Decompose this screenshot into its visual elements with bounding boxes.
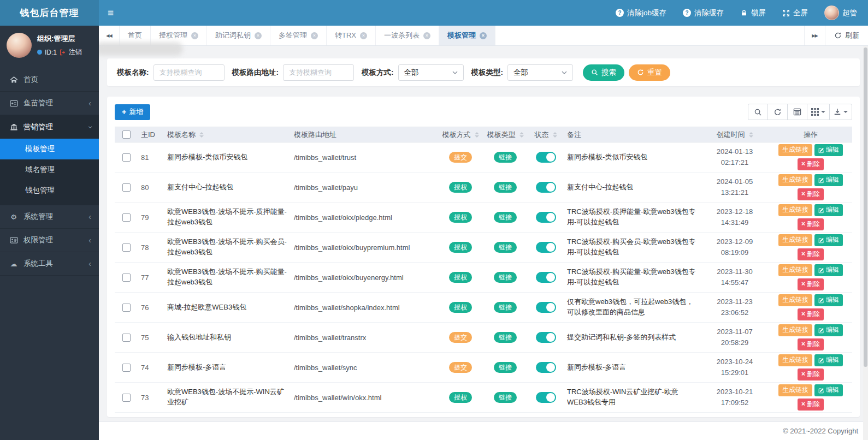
- sidebar-toggle-icon[interactable]: ≡: [108, 8, 114, 18]
- status-toggle[interactable]: [536, 392, 556, 403]
- delete-button[interactable]: ×删除: [798, 338, 824, 350]
- export-button[interactable]: [829, 104, 852, 120]
- col-header-status[interactable]: 状态: [535, 130, 557, 140]
- generate-link-button[interactable]: 生成链接: [778, 354, 812, 366]
- page-scrollbar[interactable]: [863, 46, 868, 440]
- row-checkbox[interactable]: [122, 334, 131, 342]
- tab-3[interactable]: 多签管理×: [270, 26, 327, 45]
- clear-job-cache-button[interactable]: ? 清除job缓存: [616, 8, 666, 18]
- delete-button[interactable]: ×删除: [798, 368, 824, 380]
- edit-button[interactable]: 编辑: [814, 294, 843, 306]
- col-header-id[interactable]: 主ID: [138, 130, 164, 140]
- sidebar-item-domain-management[interactable]: 域名管理: [0, 159, 99, 180]
- row-checkbox[interactable]: [122, 213, 131, 222]
- sort-icon[interactable]: [475, 132, 479, 138]
- tab-5[interactable]: 一波杀列表×: [376, 26, 439, 45]
- tab-close-icon[interactable]: ×: [255, 32, 262, 39]
- tab-2[interactable]: 助记词私钥×: [207, 26, 270, 45]
- lock-screen-button[interactable]: 锁屏: [740, 8, 766, 18]
- col-header-route[interactable]: 模板路由地址: [291, 130, 438, 140]
- edit-button[interactable]: 编辑: [814, 354, 843, 366]
- tab-4[interactable]: 转TRX×: [327, 26, 376, 45]
- col-header-type[interactable]: 模板类型: [487, 130, 524, 140]
- columns-button[interactable]: [807, 104, 830, 120]
- status-toggle[interactable]: [536, 302, 556, 313]
- sort-icon[interactable]: [199, 132, 204, 138]
- edit-button[interactable]: 编辑: [814, 174, 843, 186]
- generate-link-button[interactable]: 生成链接: [778, 294, 812, 306]
- sidebar-item-marketing[interactable]: 营销管理 ‹: [0, 115, 99, 139]
- status-toggle[interactable]: [536, 272, 556, 283]
- col-header-remark[interactable]: 备注: [564, 130, 700, 140]
- table-search-button[interactable]: [748, 104, 768, 120]
- tab-close-icon[interactable]: ×: [360, 32, 367, 39]
- sort-icon[interactable]: [749, 132, 753, 138]
- sidebar-item-permission-management[interactable]: 权限管理 ‹: [0, 229, 99, 252]
- delete-button[interactable]: ×删除: [798, 399, 824, 411]
- user-menu[interactable]: 超管: [824, 5, 857, 20]
- sidebar-item-template-management[interactable]: 模板管理: [0, 139, 99, 159]
- row-checkbox[interactable]: [122, 394, 131, 402]
- sidebar-item-system-tools[interactable]: ☁ 系统工具 ‹: [0, 252, 99, 276]
- generate-link-button[interactable]: 生成链接: [778, 144, 812, 156]
- generate-link-button[interactable]: 生成链接: [778, 174, 812, 186]
- status-toggle[interactable]: [536, 242, 556, 253]
- tabs-scroll-right-button[interactable]: ▶▶: [804, 26, 825, 45]
- generate-link-button[interactable]: 生成链接: [778, 204, 812, 216]
- tab-close-icon[interactable]: ×: [480, 32, 487, 39]
- row-checkbox[interactable]: [122, 153, 131, 162]
- template-name-input[interactable]: [153, 64, 225, 81]
- select-all-checkbox[interactable]: [122, 130, 131, 139]
- status-toggle[interactable]: [536, 362, 556, 373]
- add-button[interactable]: +新增: [115, 104, 150, 120]
- sidebar-item-fry-management[interactable]: 鱼苗管理 ‹: [0, 92, 99, 115]
- tab-refresh-button[interactable]: 刷新: [825, 26, 868, 45]
- template-type-select[interactable]: 全部: [507, 64, 573, 81]
- col-header-created[interactable]: 创建时间: [717, 130, 753, 140]
- table-refresh-button[interactable]: [767, 104, 788, 120]
- edit-button[interactable]: 编辑: [814, 324, 843, 336]
- col-header-method[interactable]: 模板方式: [442, 130, 479, 140]
- col-header-name[interactable]: 模板名称: [167, 130, 204, 140]
- sort-icon[interactable]: [553, 132, 557, 138]
- row-checkbox[interactable]: [122, 273, 131, 282]
- sidebar-item-system-management[interactable]: ⚙ 系统管理 ‹: [0, 205, 99, 229]
- tab-close-icon[interactable]: ×: [423, 32, 430, 39]
- generate-link-button[interactable]: 生成链接: [778, 324, 812, 336]
- status-toggle[interactable]: [536, 332, 556, 343]
- fullscreen-button[interactable]: 全屏: [782, 8, 808, 18]
- sidebar-item-wallet-management[interactable]: 钱包管理: [0, 180, 99, 201]
- edit-button[interactable]: 编辑: [814, 204, 843, 216]
- sidebar-item-home[interactable]: 首页: [0, 68, 99, 92]
- row-checkbox[interactable]: [122, 183, 131, 192]
- status-toggle[interactable]: [536, 182, 556, 193]
- edit-button[interactable]: 编辑: [814, 234, 843, 246]
- status-toggle[interactable]: [536, 212, 556, 223]
- status-toggle[interactable]: [536, 152, 556, 163]
- template-method-select[interactable]: 全部: [398, 64, 464, 81]
- tab-close-icon[interactable]: ×: [191, 32, 198, 39]
- delete-button[interactable]: ×删除: [798, 248, 824, 260]
- delete-button[interactable]: ×删除: [798, 278, 824, 290]
- delete-button[interactable]: ×删除: [798, 218, 824, 230]
- edit-button[interactable]: 编辑: [814, 384, 843, 396]
- search-button[interactable]: 搜索: [583, 64, 624, 81]
- generate-link-button[interactable]: 生成链接: [778, 264, 812, 276]
- edit-button[interactable]: 编辑: [814, 264, 843, 276]
- delete-button[interactable]: ×删除: [798, 188, 824, 200]
- template-route-input[interactable]: [283, 64, 354, 81]
- table-view-button[interactable]: [787, 104, 807, 120]
- reset-button[interactable]: 重置: [629, 64, 670, 81]
- generate-link-button[interactable]: 生成链接: [778, 384, 812, 396]
- edit-button[interactable]: 编辑: [814, 144, 843, 156]
- logout-link[interactable]: 注销: [69, 47, 82, 57]
- generate-link-button[interactable]: 生成链接: [778, 234, 812, 246]
- scrollbar-thumb[interactable]: [864, 47, 867, 367]
- row-checkbox[interactable]: [122, 243, 131, 252]
- delete-button[interactable]: ×删除: [798, 158, 824, 170]
- clear-cache-button[interactable]: ? 清除缓存: [683, 8, 724, 18]
- tab-6[interactable]: 模板管理×: [439, 26, 495, 45]
- row-checkbox[interactable]: [122, 304, 131, 312]
- row-checkbox[interactable]: [122, 364, 131, 372]
- sort-icon[interactable]: [519, 132, 524, 138]
